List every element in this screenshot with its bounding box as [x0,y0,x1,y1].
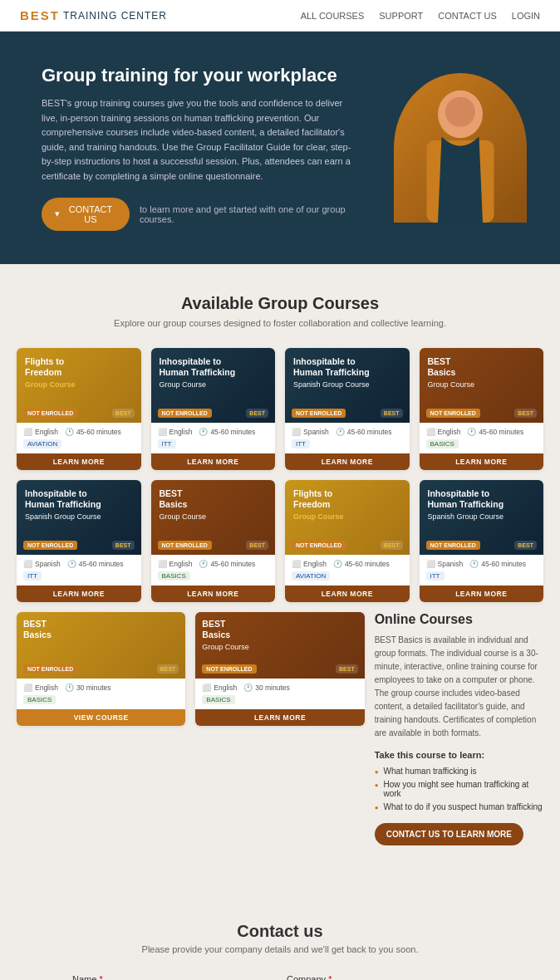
language-1: ⬜ English [23,428,58,436]
learn-item-1: What human trafficking is [375,767,543,776]
online-courses-description: BEST Basics is available in individual a… [375,634,543,740]
tag-basics-4: BASICS [426,439,459,448]
hero-cta-text: to learn more and get started with one o… [140,204,357,224]
form-group-company: Company * [287,974,488,980]
course-card-best-solo: BESTBasics NOT ENROLLED BEST ⬜ English 🕐… [17,612,185,726]
not-enrolled-badge-solo: NOT ENROLLED [23,664,77,674]
card-image-best-group-1: BESTBasics Group Course NOT ENROLLED BES… [420,348,544,423]
learn-more-btn-6[interactable]: LEARN MORE [151,586,276,602]
course-card-flights-1: Flights toFreedom Group Course NOT ENROL… [17,348,141,470]
duration-solo: 🕐 30 minutes [65,684,111,692]
learn-title: Take this course to learn: [375,750,543,760]
courses-title: Available Group Courses [17,294,543,313]
card-info-8: ⬜ Spanish 🕐 45-60 minutes ITT [420,555,544,586]
card-image-iht-spanish-3: Inhospitable toHuman Trafficking Spanish… [420,480,544,555]
card-info-5: ⬜ Spanish 🕐 45-60 minutes ITT [17,555,141,586]
contact-learn-button[interactable]: CONTACT US TO LEARN MORE [375,823,523,845]
card-title-best-group-3: BESTBasics Group Course [202,619,249,653]
learn-more-btn-3[interactable]: LEARN MORE [285,453,410,470]
card-title-best-group-2: BESTBasics Group Course [160,488,207,522]
form-group-name: Name * [72,974,273,980]
card-meta-8: ⬜ Spanish 🕐 45-60 minutes [426,560,538,568]
badge-area-3: NOT ENROLLED BEST [292,409,403,418]
learn-item-3: What to do if you suspect human traffick… [375,802,543,811]
tag-itt-5: ITT [23,571,42,581]
duration-1: 🕐 45-60 minutes [65,428,121,436]
contact-subtitle: Please provide your company details and … [17,944,543,954]
nav-all-courses[interactable]: ALL COURSES [301,11,365,21]
online-courses-title: Online Courses [375,612,543,627]
learn-more-btn-7[interactable]: LEARN MORE [285,586,410,602]
badge-area-group3: NOT ENROLLED BEST [202,664,357,674]
learn-more-btn-2[interactable]: LEARN MORE [151,453,276,470]
badge-area-6: NOT ENROLLED BEST [158,541,269,550]
best-logo-group3: BEST [336,664,358,674]
best-logo-small-6: BEST [246,541,268,550]
card-info-2: ⬜ English 🕐 45-60 minutes ITT [151,423,276,453]
card-image-flights-2: Flights toFreedom Group Course NOT ENROL… [285,480,410,555]
not-enrolled-badge-group3: NOT ENROLLED [202,664,256,674]
card-meta-solo: ⬜ English 🕐 30 minutes [23,684,179,692]
learn-more-btn-1[interactable]: LEARN MORE [17,453,141,470]
duration-2: 🕐 45-60 minutes [199,428,255,436]
bottom-row: BESTBasics NOT ENROLLED BEST ⬜ English 🕐… [17,612,543,865]
best-logo-small-7: BEST [381,541,403,550]
courses-subtitle: Explore our group courses designed to fo… [17,318,543,328]
duration-3: 🕐 45-60 minutes [336,428,392,436]
nav-support[interactable]: SUPPORT [379,11,423,21]
card-info-4: ⬜ English 🕐 45-60 minutes BASICS [420,423,544,453]
card-meta-4: ⬜ English 🕐 45-60 minutes [426,428,538,436]
card-meta-2: ⬜ English 🕐 45-60 minutes [158,428,269,436]
card-title-best-solo: BESTBasics [23,619,52,641]
not-enrolled-badge-8: NOT ENROLLED [426,541,480,550]
badge-area-5: NOT ENROLLED BEST [23,541,135,550]
card-image-flights-1: Flights toFreedom Group Course NOT ENROL… [17,348,141,423]
best-logo-solo: BEST [157,664,179,674]
hero-image [394,73,527,223]
hero-title: Group training for your workplace [42,65,357,86]
duration-8: 🕐 45-60 minutes [469,560,526,568]
course-card-best-group-3: BESTBasics Group Course NOT ENROLLED BES… [195,612,364,726]
nav-login[interactable]: LOGIN [512,11,540,21]
language-5: ⬜ Spanish [23,560,61,568]
language-4: ⬜ English [426,428,461,436]
name-label: Name * [72,974,273,980]
tag-aviation-7: AVIATION [292,571,330,581]
course-card-best-group-2: BESTBasics Group Course NOT ENROLLED BES… [151,480,276,602]
tag-itt-3: ITT [292,439,310,448]
card-image-iht-spanish-2: Inhospitable toHuman Trafficking Spanish… [17,480,141,555]
best-logo-small-5: BEST [112,541,135,550]
learn-more-btn-5[interactable]: LEARN MORE [17,586,141,602]
tag-aviation-1: AVIATION [23,439,61,448]
card-info-group3: ⬜ English 🕐 30 minutes BASICS [195,679,364,709]
course-card-best-group-1: BESTBasics Group Course NOT ENROLLED BES… [420,348,544,470]
best-logo-small-2: BEST [246,409,268,418]
course-card-iht-spanish-2: Inhospitable toHuman Trafficking Spanish… [17,480,141,602]
learn-more-btn-4[interactable]: LEARN MORE [420,453,544,470]
card-meta-group3: ⬜ English 🕐 30 minutes [202,684,357,692]
card-info-solo: ⬜ English 🕐 30 minutes BASICS [17,679,185,709]
nav-contact-us[interactable]: CONTACT US [438,11,497,21]
course-card-flights-2: Flights toFreedom Group Course NOT ENROL… [285,480,410,602]
hero-image-placeholder [394,73,527,223]
language-8: ⬜ Spanish [426,560,464,568]
hero-contact-button[interactable]: ▾ CONTACT US [42,198,130,231]
tag-basics-6: BASICS [158,571,190,581]
best-logo-small-8: BEST [514,541,537,550]
navbar: BEST TRAINING CENTER ALL COURSES SUPPORT… [0,0,560,32]
card-meta-1: ⬜ English 🕐 45-60 minutes [23,428,135,436]
learn-more-btn-group3[interactable]: LEARN MORE [195,709,364,726]
not-enrolled-badge-7: NOT ENROLLED [292,541,346,550]
best-logo-small-4: BEST [514,409,537,418]
learn-more-btn-8[interactable]: LEARN MORE [420,586,544,602]
logo: BEST TRAINING CENTER [20,8,167,22]
hero-description: BEST's group training courses give you t… [42,96,357,184]
language-group3: ⬜ English [202,684,237,692]
not-enrolled-badge-6: NOT ENROLLED [158,541,212,550]
online-courses-box: Online Courses BEST Basics is available … [375,612,543,845]
duration-4: 🕐 45-60 minutes [467,428,523,436]
courses-grid: Flights toFreedom Group Course NOT ENROL… [17,348,543,602]
view-course-btn[interactable]: VIEW COURSE [17,709,185,726]
tag-basics-solo: BASICS [23,695,56,704]
duration-group3: 🕐 30 minutes [243,684,290,692]
